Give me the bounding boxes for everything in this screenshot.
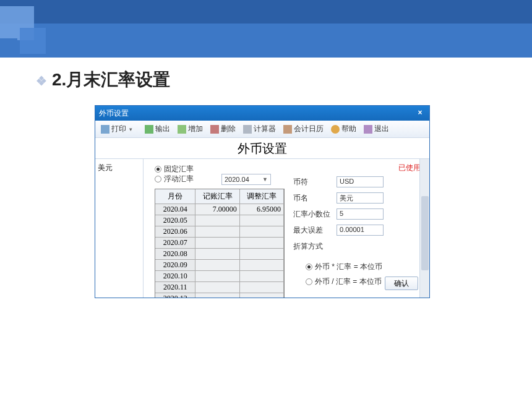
close-icon[interactable]: × [414,108,426,118]
cell-adjust-rate[interactable] [240,238,284,249]
cell-month: 2020.07 [155,238,195,249]
cell-adjust-rate[interactable] [240,282,284,293]
header-square [0,38,17,56]
currency-list-item[interactable]: 美元 [98,163,140,173]
table-row[interactable]: 2020.08 [155,249,284,260]
col-month: 月份 [155,189,195,204]
cell-adjust-rate[interactable] [240,215,284,226]
exit-icon [364,125,372,134]
help-button[interactable]: 帮助 [328,122,359,135]
header-square [20,28,46,54]
currency-dialog: 外币设置 × 打印▾ 输出 增加 删除 计算器 会计日历 帮助 退出 外币设置 … [95,105,430,298]
cell-book-rate[interactable] [195,226,239,238]
cell-book-rate[interactable] [195,271,239,282]
cell-adjust-rate[interactable] [240,271,284,282]
field-decimal: 汇率小数位 5 [293,206,417,222]
table-header-row: 月份 记账汇率 调整汇率 [155,189,284,204]
table-row[interactable]: 2020.09 [155,260,284,271]
cell-adjust-rate[interactable] [240,226,284,238]
decimal-input[interactable]: 5 [337,208,384,220]
dialog-title: 外币设置 [99,108,129,119]
bullet-diamond-icon: ❖ [36,74,47,88]
add-icon [178,125,186,134]
delete-button[interactable]: 删除 [207,122,239,135]
cell-month: 2020.06 [155,226,195,238]
help-icon [331,125,340,134]
scrollbar-thumb[interactable] [421,196,429,270]
field-symbol: 币符 USD [293,174,417,190]
cell-book-rate[interactable] [195,260,239,271]
cell-adjust-rate[interactable] [240,293,284,298]
calendar-icon [283,125,292,134]
cell-adjust-rate[interactable] [240,260,284,271]
field-name: 币名 美元 [293,190,417,206]
cell-month: 2020.10 [155,271,195,282]
header-band-light [0,24,532,58]
table-row[interactable]: 2020.047.000006.95000 [155,204,284,215]
exit-button[interactable]: 退出 [361,122,392,135]
export-icon [145,125,153,134]
calculator-icon [243,125,252,134]
table-row[interactable]: 2020.07 [155,238,284,249]
slide-title: ❖2.月末汇率设置 [36,68,170,92]
toolbar: 打印▾ 输出 增加 删除 计算器 会计日历 帮助 退出 [95,121,429,138]
table-row[interactable]: 2020.05 [155,215,284,226]
settings-pane: 已使用 固定汇率 浮动汇率 2020.04 ▼ 月份 记账汇率 调整汇率 202… [144,159,429,298]
table-row[interactable]: 2020.12 [155,293,284,298]
col-book-rate: 记账汇率 [195,189,239,204]
cell-month: 2020.11 [155,282,195,293]
symbol-input[interactable]: USD [337,176,384,187]
cell-book-rate[interactable] [195,293,239,298]
print-icon [101,125,109,134]
field-calc: 折算方式 [293,238,417,254]
dropdown-icon: ▾ [129,126,132,132]
cell-month: 2020.12 [155,293,195,298]
cell-book-rate[interactable] [195,238,239,249]
rate-table: 月份 记账汇率 调整汇率 2020.047.000006.950002020.0… [155,189,285,298]
chevron-down-icon: ▼ [262,176,268,182]
cell-book-rate[interactable] [195,215,239,226]
calendar-button[interactable]: 会计日历 [280,122,327,135]
table-row[interactable]: 2020.06 [155,226,284,238]
title-text: 月末汇率设置 [66,70,170,89]
period-select[interactable]: 2020.04 ▼ [221,174,271,185]
cell-book-rate[interactable] [195,282,239,293]
cell-book-rate[interactable]: 7.00000 [195,204,239,215]
print-button[interactable]: 打印▾ [98,122,135,135]
cell-month: 2020.08 [155,249,195,260]
radio-icon [155,166,161,173]
currency-list[interactable]: 美元 [95,159,144,298]
maxerr-input[interactable]: 0.00001 [337,225,384,236]
table-row[interactable]: 2020.11 [155,282,284,293]
dialog-body: 美元 已使用 固定汇率 浮动汇率 2020.04 ▼ 月份 记账汇率 调整汇率 [95,158,429,298]
col-adjust-rate: 调整汇率 [240,189,284,204]
field-column: 币符 USD 币名 美元 汇率小数位 5 最大误差 0.00001 折算方式 [293,174,417,289]
cell-adjust-rate[interactable]: 6.95000 [240,204,284,215]
radio-icon [306,264,312,270]
cell-month: 2020.09 [155,260,195,271]
status-badge: 已使用 [398,163,421,173]
delete-icon [210,125,219,134]
radio-icon [155,176,161,182]
calc-opt-multiply[interactable]: 外币 * 汇率 = 本位币 [306,259,417,274]
cell-adjust-rate[interactable] [240,249,284,260]
cell-month: 2020.04 [155,204,195,215]
calculator-button[interactable]: 计算器 [240,122,279,135]
header-band-dark [0,0,532,24]
confirm-button[interactable]: 确认 [385,277,418,290]
add-button[interactable]: 增加 [174,122,206,135]
name-input[interactable]: 美元 [337,192,384,204]
title-prefix: 2. [52,70,66,89]
export-button[interactable]: 输出 [142,122,173,135]
dialog-main-title: 外币设置 [95,138,429,158]
cell-month: 2020.05 [155,215,195,226]
radio-icon [306,278,312,285]
cell-book-rate[interactable] [195,249,239,260]
table-row[interactable]: 2020.10 [155,271,284,282]
slide-header [0,0,532,62]
dialog-titlebar[interactable]: 外币设置 × [95,106,429,121]
rate-type-fixed[interactable]: 固定汇率 [155,164,423,174]
field-maxerr: 最大误差 0.00001 [293,222,417,238]
vertical-scrollbar[interactable] [419,159,429,298]
